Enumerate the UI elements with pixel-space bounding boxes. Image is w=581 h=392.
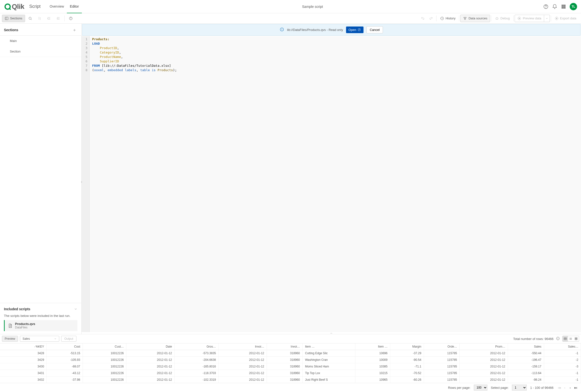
undo-button[interactable] (418, 15, 427, 22)
bell-icon[interactable] (552, 4, 558, 9)
column-header[interactable]: Gros… (174, 343, 218, 350)
undo-icon (421, 16, 425, 20)
grid-icon (574, 337, 578, 341)
code-editor[interactable]: 12345678 Products: LOAD ProductID, Categ… (82, 36, 581, 332)
included-script-name: Products.qvs (15, 322, 35, 326)
column-header[interactable]: Item … (302, 343, 355, 350)
play-icon (517, 16, 521, 20)
comment-icon (38, 16, 42, 20)
logo[interactable]: Qlik (4, 3, 24, 10)
indent-icon (47, 16, 51, 20)
table-row[interactable]: 3430-88.07100122262012-01-12-165.8016201… (0, 363, 581, 370)
table-row[interactable]: 3429-105.93100122262012-01-12-204.663820… (0, 357, 581, 363)
section-item-main[interactable]: Main (0, 36, 81, 46)
table-row[interactable]: 3431-43.12100122262012-01-12-118.3703201… (0, 370, 581, 377)
included-scripts-toggle[interactable]: Included scripts (4, 306, 78, 312)
search-button[interactable] (26, 15, 34, 22)
code-content[interactable]: Products: LOAD ProductID, CategoryID, Pr… (90, 36, 179, 332)
table-row[interactable]: 3428-513.15100122262012-01-12-573.383520… (0, 350, 581, 357)
info-icon[interactable] (556, 337, 560, 341)
help-icon (69, 16, 73, 20)
table-row[interactable]: 3432-37.98100122262012-01-12-102.3319201… (0, 377, 581, 383)
pager-next[interactable]: › (568, 385, 573, 390)
svg-rect-11 (563, 7, 564, 8)
svg-rect-13 (5, 17, 8, 20)
indent-button[interactable] (45, 15, 53, 22)
column-header[interactable]: Cost (47, 343, 83, 350)
apps-grid-icon[interactable] (561, 4, 566, 9)
svg-rect-7 (562, 6, 563, 7)
select-page-label: Select page: (491, 386, 508, 390)
page-select[interactable]: 1 (512, 385, 527, 391)
top-nav: Qlik Script Overview Editor Sample scrip… (0, 0, 581, 13)
view-list-button[interactable] (568, 336, 574, 341)
export-data-button[interactable]: Export data (552, 15, 579, 22)
help-icon[interactable] (543, 4, 548, 9)
rows-per-page-select[interactable]: 100 (474, 385, 487, 391)
pager-prev[interactable]: ‹ (562, 385, 567, 390)
included-script-item[interactable]: Products.qvs DataFiles (4, 320, 78, 331)
preview-data-dropdown[interactable] (544, 15, 550, 22)
pager-range: 1 - 100 of 96466 (530, 386, 554, 390)
debug-button[interactable]: Debug (492, 15, 512, 22)
history-button[interactable]: History (438, 15, 458, 22)
horizontal-resize-handle[interactable]: ═ (82, 332, 581, 334)
svg-rect-49 (575, 339, 576, 340)
column-header[interactable]: Margin (390, 343, 424, 350)
column-header[interactable]: Orde… (424, 343, 460, 350)
open-button[interactable]: Open (346, 26, 364, 33)
main-area: Sections ＋ Main Section Included scripts… (0, 23, 581, 334)
comment-button[interactable] (36, 15, 44, 22)
svg-point-3 (546, 7, 546, 8)
outdent-button[interactable] (54, 15, 62, 22)
script-name: Sample script (82, 5, 543, 8)
page-title: Script (29, 4, 40, 9)
preview-data-button[interactable]: Preview data (515, 15, 544, 22)
svg-rect-47 (575, 338, 576, 339)
table-selector[interactable]: Sales (20, 336, 59, 342)
help-inline-button[interactable] (66, 15, 75, 22)
sections-toggle-button[interactable]: Sections (2, 15, 25, 22)
history-icon (440, 16, 444, 20)
column-header[interactable]: Invoi… (267, 343, 302, 350)
tab-editor[interactable]: Editor (67, 0, 82, 13)
view-toggle (562, 336, 579, 342)
column-header[interactable]: ↑%KEY (0, 343, 47, 350)
pager-last[interactable]: ⏭ (573, 385, 578, 390)
add-section-button[interactable]: ＋ (72, 27, 78, 33)
sidebar-icon (5, 16, 8, 20)
svg-rect-50 (576, 339, 577, 340)
data-sources-button[interactable]: Data sources (460, 15, 490, 22)
cancel-button[interactable]: Cancel (366, 26, 383, 33)
rows-per-page-label: Rows per page: (448, 386, 470, 390)
section-item-section[interactable]: Section (0, 46, 81, 57)
column-header[interactable]: Sales (508, 343, 544, 350)
output-button[interactable]: Output (61, 336, 76, 342)
svg-point-28 (496, 17, 498, 19)
view-table-button[interactable] (562, 336, 568, 341)
column-header[interactable]: Invoi… (218, 343, 267, 350)
column-header[interactable]: Sales… (544, 343, 581, 350)
svg-point-35 (282, 29, 282, 29)
column-header[interactable]: Item … (355, 343, 390, 350)
avatar[interactable]: TL (570, 3, 577, 10)
preview-table: ↑%KEYCostCust…DateGros…Invoi…Invoi…Item … (0, 343, 581, 383)
preview-tab[interactable]: Preview (2, 336, 18, 342)
pager-first[interactable]: ⏮ (557, 385, 562, 390)
tab-overview[interactable]: Overview (47, 0, 67, 13)
total-rows-label: Total number of rows: 96466 (513, 337, 554, 341)
svg-point-24 (71, 19, 71, 19)
preview-table-scroll[interactable]: ↑%KEYCostCust…DateGros…Invoi…Invoi…Item … (0, 343, 581, 383)
view-grid-button[interactable] (574, 336, 579, 341)
included-scripts-desc: The scripts below were included in the l… (4, 312, 78, 320)
column-header[interactable]: Cust… (83, 343, 126, 350)
svg-point-15 (29, 17, 31, 19)
line-gutter: 12345678 (82, 36, 90, 332)
sidebar-resize-handle[interactable]: || (81, 179, 82, 185)
redo-button[interactable] (427, 15, 435, 22)
redo-icon (429, 16, 433, 20)
column-header[interactable]: Prom… (460, 343, 508, 350)
top-tabs: Overview Editor (47, 0, 82, 13)
sections-heading: Sections (4, 28, 18, 32)
column-header[interactable]: Date (126, 343, 174, 350)
